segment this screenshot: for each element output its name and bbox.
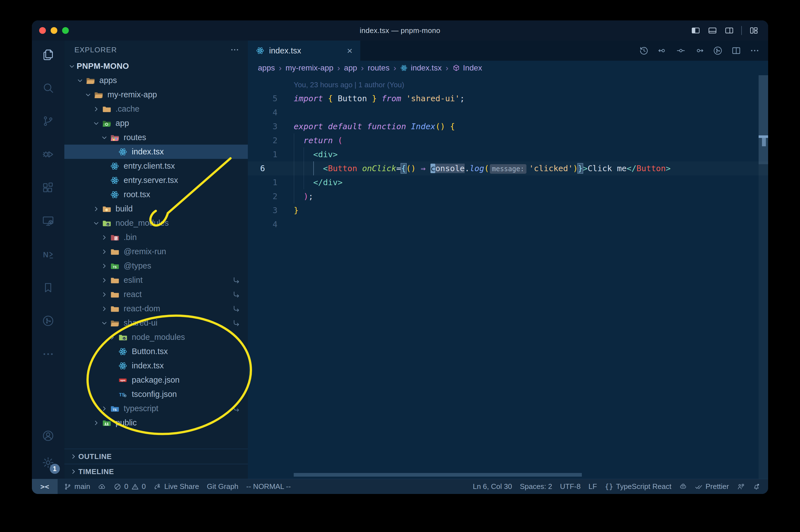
status-git-graph[interactable]: Git Graph [203,479,243,494]
breadcrumb-item-app[interactable]: app [344,63,357,73]
section-outline[interactable]: OUTLINE [64,449,248,464]
braces-icon: {} [605,482,613,491]
tree-item-index.tsx[interactable]: index.tsx [64,359,248,373]
tree-item-react[interactable]: react [64,287,248,302]
tree-item-pnpm-mono[interactable]: PNPM-MONO [64,59,248,73]
status-language[interactable]: {}TypeScript React [601,479,675,494]
status-branch[interactable]: main [60,479,94,494]
breadcrumb-separator: › [279,63,282,73]
tree-item-index.tsx[interactable]: index.tsx [64,145,248,159]
status-indentation[interactable]: Spaces: 2 [516,479,556,494]
tree-item-label: index.tsx [132,361,164,370]
explorer-more-actions-button[interactable] [230,45,240,55]
activity-search-icon[interactable] [36,76,60,99]
tree-item-package.json[interactable]: npmpackage.json [64,373,248,387]
breadcrumb-item-apps[interactable]: apps [258,63,275,73]
activity-source-control-icon[interactable] [36,109,60,133]
activity-git-graph-icon[interactable] [36,309,60,332]
tab-close-icon[interactable]: × [347,46,353,55]
status-feedback[interactable] [733,479,748,494]
tree-item-label: .bin [123,233,137,242]
gitlens-right-icon[interactable] [694,45,704,56]
customize-layout-icon[interactable] [749,26,759,35]
breadcrumb-item-routes[interactable]: routes [368,63,389,73]
activity-run-debug-icon[interactable] [36,142,60,166]
status-encoding[interactable]: UTF-8 [556,479,585,494]
status-cursor-position[interactable]: Ln 6, Col 30 [469,479,516,494]
tree-item-build[interactable]: build [64,202,248,216]
tree-item-eslint[interactable]: eslint [64,273,248,287]
chevron-right-icon [100,276,109,285]
toggle-secondary-sidebar-icon[interactable] [724,26,734,35]
activity-accounts-icon[interactable] [36,424,60,448]
gitlens-center-icon[interactable] [676,45,686,56]
status-publish[interactable] [94,479,110,494]
tree-item-entry.client.tsx[interactable]: entry.client.tsx [64,159,248,173]
chevron-spacer [108,361,117,370]
tree-item-typescript[interactable]: TStypescript [64,401,248,416]
activity-extensions-icon[interactable] [36,176,60,200]
minimize-button[interactable] [51,27,57,34]
activity-nx-console-icon[interactable]: N [36,243,60,266]
status-notifications[interactable] [748,479,764,494]
breadcrumb-item-my-remix-app[interactable]: my-remix-app [286,63,334,73]
activity-more-views-icon[interactable] [36,342,60,366]
horizontal-scrollbar-slider[interactable] [294,473,582,477]
status-label: TypeScript React [616,482,671,491]
tree-item-.bin[interactable]: 0110.bin [64,230,248,245]
code-text: import { Button } from 'shared-ui'; [290,94,464,103]
tree-item-entry.server.tsx[interactable]: entry.server.tsx [64,173,248,187]
tree-item-button.tsx[interactable]: Button.tsx [64,344,248,359]
folder-open-icon [85,75,96,86]
chevron-spacer [108,375,117,385]
tree-item-public[interactable]: public [64,416,248,430]
toggle-primary-sidebar-icon[interactable] [691,26,700,35]
tree-item-@remix-run[interactable]: @remix-run [64,245,248,259]
tree-item-app[interactable]: app [64,116,248,130]
gitlens-left-icon[interactable] [658,45,667,56]
split-editor-icon[interactable] [731,45,741,56]
breadcrumb-item-index[interactable]: Index [452,63,482,73]
git-graph-icon[interactable] [713,45,723,56]
history-icon[interactable] [639,45,649,56]
tree-item-.cache[interactable]: .cache [64,102,248,116]
gitlens-blame-text: You, 23 hours ago | 1 author (You) [290,80,404,89]
vertical-scrollbar-slider[interactable] [759,75,768,164]
code-line: 6 <Button onClick={() ⇒ console.log(mess… [248,162,768,175]
toggle-panel-icon[interactable] [708,26,717,35]
breadcrumb-item-index.tsx[interactable]: index.tsx [400,63,442,73]
tree-item-tsconfig.json[interactable]: TStsconfig.json [64,387,248,401]
more-icon[interactable] [750,45,760,56]
zoom-button[interactable] [62,27,69,34]
tree-item-@types[interactable]: TS@types [64,259,248,273]
code-editor[interactable]: You, 23 hours ago | 1 author (You)5impor… [248,75,768,479]
tree-item-routes[interactable]: routes [64,130,248,145]
tree-item-react-dom[interactable]: react-dom [64,302,248,316]
tree-item-node-modules[interactable]: jsnode_modules [64,216,248,230]
activity-remote-explorer-icon[interactable] [36,209,60,233]
status-eol[interactable]: LF [585,479,601,494]
folder-open-icon [93,89,104,100]
tree-item-my-remix-app[interactable]: my-remix-app [64,88,248,102]
tree-item-node-modules[interactable]: jsnode_modules [64,330,248,344]
symlink-arrow-icon [232,404,241,413]
status-problems[interactable]: 00 [110,479,150,494]
symlink-arrow-icon [232,305,241,313]
tree-item-apps[interactable]: apps [64,73,248,88]
tree-item-shared-ui[interactable]: shared-ui [64,316,248,330]
close-button[interactable] [39,27,46,34]
status-vim-mode[interactable]: -- NORMAL -- [242,479,294,494]
breadcrumb-separator: › [445,63,449,73]
vertical-scrollbar[interactable] [759,75,768,479]
status-formatter[interactable]: Prettier [691,479,733,494]
tree-item-root.tsx[interactable]: root.tsx [64,187,248,202]
activity-explorer-icon[interactable] [36,43,60,66]
status-remote[interactable]: >< [32,479,58,494]
activity-bookmarks-icon[interactable] [36,276,60,299]
activity-settings-icon[interactable]: 1 [36,451,60,474]
status-live-share[interactable]: Live Share [150,479,203,494]
section-timeline[interactable]: TIMELINE [64,464,248,479]
branch-icon [64,483,72,491]
tab-index-tsx[interactable]: index.tsx × [248,41,360,61]
status-copilot[interactable] [675,479,691,494]
